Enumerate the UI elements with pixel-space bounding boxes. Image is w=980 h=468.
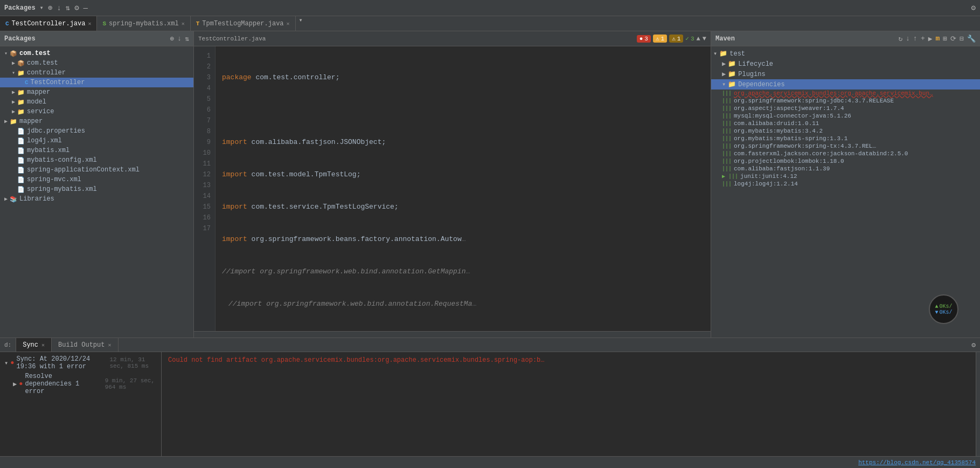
nav-up[interactable]: ▲ bbox=[697, 35, 700, 43]
maven-dep-13[interactable]: ||| log4j:log4j:1.2.14 bbox=[711, 180, 980, 188]
status-link[interactable]: https://blog.csdn.net/qq_41358574 bbox=[858, 459, 976, 466]
toolbar-icon-3[interactable]: ⇅ bbox=[66, 3, 70, 12]
maven-icon-add[interactable]: + bbox=[921, 35, 925, 43]
maven-dep-2[interactable]: ||| org.springframework:spring-jdbc:4.3.… bbox=[711, 97, 980, 105]
tab-close-build[interactable]: ✕ bbox=[108, 342, 111, 348]
maven-dep-11[interactable]: ||| com.alibaba:fastjson:1.1.39 bbox=[711, 165, 980, 173]
tree-item-model[interactable]: ▶ 📁 model bbox=[0, 97, 193, 107]
sidebar-icon-1[interactable]: ⊕ bbox=[170, 35, 175, 43]
dep-icon-4: ||| bbox=[722, 113, 732, 119]
tree-item-comtest[interactable]: ▶ 📦 com.test bbox=[0, 58, 193, 68]
tab-spring-mybatis[interactable]: S spring-mybatis.xml ✕ bbox=[97, 16, 190, 31]
maven-toolbar-icons: ↻ ↓ ↑ + ▶ m ⊞ ⟳ ⊟ 🔧 bbox=[898, 35, 976, 43]
sidebar-icon-2[interactable]: ↓ bbox=[177, 35, 182, 43]
tab-close-sync[interactable]: ✕ bbox=[41, 342, 45, 348]
tab-close-2[interactable]: ✕ bbox=[182, 20, 185, 27]
tree-item-libraries[interactable]: ▶ 📚 Libraries bbox=[0, 194, 193, 204]
settings-icon[interactable]: ⚙ bbox=[971, 3, 976, 12]
dep-icon-6: ||| bbox=[722, 128, 732, 134]
tree-item-testcontroller[interactable]: C TestController bbox=[0, 78, 193, 87]
maven-dep-5[interactable]: ||| com.alibaba:druid:1.0.11 bbox=[711, 120, 980, 127]
tree-arrow-libraries: ▶ bbox=[2, 196, 10, 202]
tree-item-log4j[interactable]: 📄 log4j.xml bbox=[0, 136, 193, 146]
maven-icon-refresh[interactable]: ↻ bbox=[898, 35, 902, 43]
maven-dep-7[interactable]: ||| org.mybatis:mybatis-spring:1.3.1 bbox=[711, 135, 980, 142]
sync-label-1: Sync: At 2020/12/24 19:36 with 1 error bbox=[16, 355, 105, 370]
toolbar-icon-5[interactable]: — bbox=[84, 4, 88, 12]
horizontal-scrollbar[interactable] bbox=[194, 331, 711, 338]
tree-item-spring-mvc[interactable]: 📄 spring-mvc.xml bbox=[0, 175, 193, 184]
class-icon-tc: C bbox=[25, 79, 29, 86]
maven-tree: ▾ 📁 test ▶ 📁 Lifecycle ▶ 📁 Plugins bbox=[711, 46, 980, 338]
tree-item-mapper1[interactable]: ▶ 📁 mapper bbox=[0, 87, 193, 97]
tree-item-controller[interactable]: ▾ 📁 controller bbox=[0, 68, 193, 78]
bottom-output: Could not find artifact org.apache.servi… bbox=[162, 352, 976, 456]
maven-dep-12[interactable]: ▶ ||| junit:junit:4.12 bbox=[711, 173, 980, 180]
maven-dep-1[interactable]: ||| org.apache.servicemix.bundles:org.ap… bbox=[711, 90, 980, 97]
sidebar-icon-3[interactable]: ⇅ bbox=[185, 35, 189, 43]
tree-item-service[interactable]: ▶ 📁 service bbox=[0, 107, 193, 116]
tab-testcontroller[interactable]: C TestController.java ✕ bbox=[0, 16, 97, 31]
maven-icon-eq[interactable]: ⊟ bbox=[960, 35, 964, 43]
ln-4: 4 bbox=[196, 83, 211, 94]
line-numbers: 1 2 3 4 5 6 7 8 9 10 11 12 13 14 15 16 1… bbox=[194, 46, 216, 331]
tree-item-jdbc[interactable]: 📄 jdbc.properties bbox=[0, 126, 193, 136]
tree-item-comtest-root[interactable]: ▾ 📦 com.test bbox=[0, 49, 193, 58]
xml-icon-spring-mvc: 📄 bbox=[17, 176, 25, 183]
bottom-tree: ▾ ● Sync: At 2020/12/24 19:36 with 1 err… bbox=[0, 352, 162, 456]
maven-icon-refresh2[interactable]: ⟳ bbox=[950, 35, 956, 43]
maven-icon-download[interactable]: ↓ bbox=[906, 35, 910, 43]
warn-count: 1 bbox=[661, 36, 665, 42]
tab-close-3[interactable]: ✕ bbox=[287, 20, 290, 27]
maven-icon-settings[interactable]: 🔧 bbox=[967, 35, 976, 43]
code-content[interactable]: package com.test.controller; import com.… bbox=[216, 46, 711, 331]
maven-dep-3[interactable]: ||| org.aspectj:aspectjweaver:1.7.4 bbox=[711, 105, 980, 112]
package-icon-comtest: 📦 bbox=[17, 60, 25, 67]
nav-down[interactable]: ▼ bbox=[703, 35, 706, 43]
maven-dep-4[interactable]: ||| mysql:mysql-connector-java:5.1.26 bbox=[711, 112, 980, 120]
toolbar-icon-4[interactable]: ⚙ bbox=[74, 3, 79, 12]
maven-icon-upload[interactable]: ↑ bbox=[913, 35, 918, 43]
maven-icon-m[interactable]: m bbox=[936, 35, 940, 43]
bottom-icon-settings[interactable]: ⚙ bbox=[971, 341, 976, 349]
right-scrollbar[interactable] bbox=[976, 352, 980, 456]
tab-tpmtestlogmapper[interactable]: T TpmTestLogMapper.java ✕ bbox=[191, 16, 296, 31]
top-bar: Packages ▾ ⊕ ↓ ⇅ ⚙ — ⚙ bbox=[0, 0, 980, 16]
lib-icon: 📚 bbox=[10, 196, 17, 203]
toolbar-icon-1[interactable]: ⊕ bbox=[48, 3, 52, 12]
maven-icon-grid[interactable]: ⊞ bbox=[943, 35, 947, 43]
maven-item-plugins[interactable]: ▶ 📁 Plugins bbox=[711, 69, 980, 79]
tree-item-mybatis-config[interactable]: 📄 mybatis-config.xml bbox=[0, 155, 193, 165]
maven-dep-6[interactable]: ||| org.mybatis:mybatis:3.4.2 bbox=[711, 127, 980, 135]
tree-label-service: service bbox=[27, 108, 54, 115]
tree-label-log4j: log4j.xml bbox=[27, 137, 62, 144]
code-editor[interactable]: 1 2 3 4 5 6 7 8 9 10 11 12 13 14 15 16 1… bbox=[194, 46, 711, 331]
bottom-tab-build[interactable]: Build Output ✕ bbox=[52, 338, 118, 352]
maven-icon-run[interactable]: ▶ bbox=[928, 35, 933, 43]
dropdown-icon[interactable]: ▾ bbox=[40, 4, 44, 12]
maven-dep-10[interactable]: ||| org.projectlombok:lombok:1.18.0 bbox=[711, 157, 980, 165]
maven-dep-8[interactable]: ||| org.springframework:spring-tx:4.3.7.… bbox=[711, 142, 980, 150]
tree-label-spring-mvc: spring-mvc.xml bbox=[27, 176, 81, 183]
maven-dep-9[interactable]: ||| com.fasterxml.jackson.core:jackson-d… bbox=[711, 150, 980, 157]
tab-more[interactable]: ▾ bbox=[296, 16, 306, 31]
maven-item-dependencies[interactable]: ▾ 📁 Dependencies bbox=[711, 79, 980, 90]
toolbar-icon-2[interactable]: ↓ bbox=[57, 4, 61, 12]
tree-item-spring-app[interactable]: 📄 spring-applicationContext.xml bbox=[0, 165, 193, 175]
maven-arrow-test: ▾ bbox=[713, 50, 717, 58]
maven-item-test[interactable]: ▾ 📁 test bbox=[711, 49, 980, 59]
tree-item-spring-mybatis[interactable]: 📄 spring-mybatis.xml bbox=[0, 184, 193, 194]
breadcrumb: TestController.java bbox=[198, 36, 266, 42]
sync-item-1[interactable]: ▾ ● Sync: At 2020/12/24 19:36 with 1 err… bbox=[2, 354, 159, 371]
tab-close-1[interactable]: ✕ bbox=[88, 20, 91, 27]
sync-arrow-1: ▾ bbox=[4, 359, 8, 367]
sync-item-2[interactable]: ▶ ● Resolve dependencies 1 error 9 min, … bbox=[2, 371, 159, 396]
maven-item-lifecycle[interactable]: ▶ 📁 Lifecycle bbox=[711, 59, 980, 69]
tab-label-2: spring-mybatis.xml bbox=[109, 20, 179, 27]
tree-item-mybatis[interactable]: 📄 mybatis.xml bbox=[0, 146, 193, 155]
ln-2: 2 bbox=[196, 61, 211, 72]
bottom-tab-sync[interactable]: Sync ✕ bbox=[16, 338, 52, 352]
tab-label-3: TpmTestLogMapper.java bbox=[202, 20, 283, 27]
dep-label-9: com.fasterxml.jackson.core:jackson-datab… bbox=[734, 150, 908, 157]
tree-item-mapper2[interactable]: ▶ 📁 mapper bbox=[0, 116, 193, 126]
